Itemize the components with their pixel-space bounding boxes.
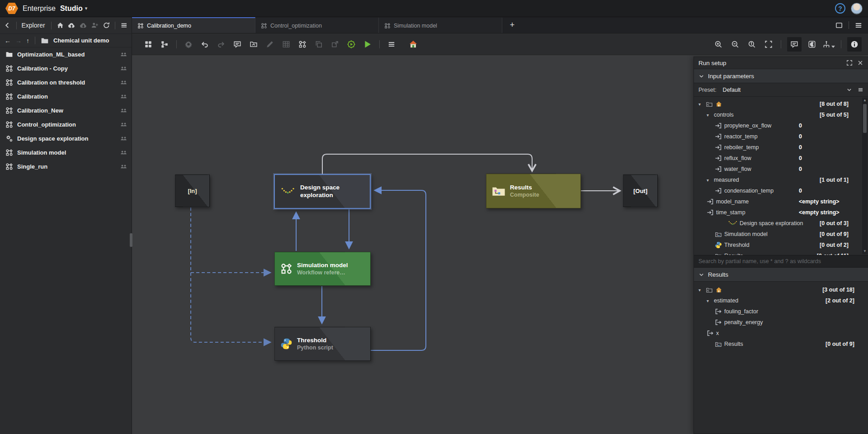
run-gear-button[interactable] (345, 38, 358, 51)
expander-icon[interactable]: ▾ (707, 178, 712, 183)
menu-button[interactable] (385, 38, 398, 51)
up-button[interactable]: ↑ (26, 37, 29, 44)
explorer-item-calibration-copy[interactable]: Calibration - Copy (0, 61, 132, 75)
tree-count: [0 out of 3] (820, 220, 849, 226)
blocks-button[interactable] (142, 38, 155, 51)
tree-row-reboiler-temp[interactable]: reboiler_temp0 (694, 142, 868, 153)
tree-row-x[interactable]: x (694, 328, 868, 339)
back-button[interactable]: ← (5, 37, 11, 44)
tree-row-time-stamp[interactable]: time_stamp<empty string> (694, 207, 868, 218)
tree-search-input[interactable] (694, 255, 868, 268)
user-avatar[interactable] (851, 3, 863, 14)
comment-button[interactable] (787, 37, 802, 52)
expander-icon[interactable]: ▾ (698, 102, 703, 107)
zoom-100-button[interactable] (745, 38, 758, 51)
tree-row-design-space-exploration[interactable]: Design space exploration[0 out of 3] (694, 218, 868, 229)
input-icon (715, 144, 722, 151)
tree-row-propylene-ox-flow[interactable]: propylene_ox_flow0 (694, 120, 868, 131)
node-design-space-exploration[interactable]: Design space exploration (274, 174, 371, 209)
scroll-down-icon[interactable]: ▼ (863, 249, 867, 254)
tree-scrollbar[interactable]: ▲ ▼ (862, 98, 868, 254)
scroll-thumb[interactable] (863, 104, 867, 133)
tree-row-controls[interactable]: ▾controls[5 out of 5] (694, 109, 868, 120)
folder-open-button[interactable] (247, 38, 260, 51)
d7-logo[interactable]: D7 (5, 3, 18, 14)
tabs-menu-button[interactable] (854, 21, 863, 29)
comment-button[interactable] (231, 38, 244, 51)
play-button[interactable] (361, 38, 374, 51)
node-results-composite[interactable]: Results Composite (486, 174, 581, 208)
window-icon[interactable] (835, 21, 843, 29)
product-menu[interactable]: Studio (60, 5, 83, 13)
help-button[interactable]: ? (835, 3, 845, 14)
expander-icon[interactable]: ▾ (707, 298, 712, 303)
tree-row-fouling-factor[interactable]: fouling_factor (694, 306, 868, 317)
tree-row-model-name[interactable]: model_name<empty string> (694, 196, 868, 207)
new-tab-button[interactable]: + (502, 17, 522, 33)
expand-panel-button[interactable] (846, 60, 853, 66)
results-header[interactable]: Results (694, 268, 868, 282)
explorer-item-calibration-new[interactable]: Calibration_New (0, 104, 132, 118)
explorer-menu-button[interactable] (120, 21, 128, 29)
node-in-port[interactable]: [In] (175, 175, 210, 207)
expander-icon[interactable]: ▾ (707, 113, 712, 118)
tree-row-root[interactable]: ▾[8 out of 8] (694, 99, 868, 109)
tree-row-reactor-temp[interactable]: reactor_temp0 (694, 131, 868, 142)
tree-row-penalty-energy[interactable]: penalty_energy (694, 317, 868, 328)
hierarchy-button[interactable] (158, 38, 171, 51)
collapse-sidebar-button[interactable] (4, 21, 11, 29)
fit-button[interactable] (762, 38, 775, 51)
explorer-item-simulation-model[interactable]: Simulation model (0, 146, 132, 160)
scroll-up-icon[interactable]: ▲ (863, 98, 867, 103)
home-colored-button[interactable] (407, 38, 420, 51)
preset-select[interactable]: Default (723, 87, 741, 93)
theme-button[interactable] (806, 38, 818, 51)
zoom-out-button[interactable] (729, 38, 741, 51)
expander-icon[interactable]: ▾ (698, 288, 703, 292)
explorer-item-single-run[interactable]: Single_run (0, 160, 132, 174)
input-parameters-header[interactable]: Input parameters (694, 69, 868, 83)
node-out-port[interactable]: [Out] (623, 175, 658, 207)
input-icon (707, 209, 714, 216)
tab-calibration-demo[interactable]: Calibration_demo (132, 17, 255, 33)
node-simulation-model[interactable]: Simulation model Workflow refere… (274, 252, 371, 286)
preset-menu-button[interactable] (858, 87, 863, 93)
node-title: Threshold (297, 337, 333, 344)
tree-row-estimated[interactable]: ▾estimated[2 out of 2] (694, 295, 868, 306)
tree-row-simulation-model[interactable]: Simulation model[0 out of 9] (694, 229, 868, 240)
workflow-canvas[interactable]: [In] Design space exploration Results Co… (132, 55, 868, 434)
tree-row-results[interactable]: Results[0 out of 11] (694, 250, 868, 255)
explorer-item-control-optimization[interactable]: Control_optimization (0, 118, 132, 132)
add-user-icon[interactable] (91, 21, 99, 29)
tab-simulation-model[interactable]: Simulation model (379, 17, 502, 33)
tree-row-threshold[interactable]: Threshold[0 out of 2] (694, 240, 868, 250)
home-icon[interactable] (57, 21, 64, 29)
cloud-download-icon[interactable] (80, 21, 87, 29)
zoom-in-button[interactable] (712, 38, 725, 51)
tree-row-measured[interactable]: ▾measured[1 out of 1] (694, 175, 868, 185)
node-threshold-python[interactable]: Threshold Python script (274, 327, 371, 361)
forward-button[interactable]: → (15, 37, 22, 44)
info-button[interactable] (847, 37, 862, 52)
explorer-item-calibration-on-threshold[interactable]: Calibration on threshold (0, 75, 132, 90)
preset-dropdown-icon[interactable] (846, 87, 852, 93)
tree-label: time_stamp (716, 209, 745, 216)
tree-row-reflux-flow[interactable]: reflux_flow0 (694, 153, 868, 164)
layout-tree-button[interactable] (822, 38, 835, 51)
tab-control-optimization[interactable]: Control_optimization (255, 17, 379, 33)
sidebar-splitter-handle[interactable] (130, 233, 132, 247)
refresh-icon[interactable] (103, 21, 110, 29)
close-panel-button[interactable] (857, 60, 863, 66)
breadcrumb-label[interactable]: Chemical unit demo (53, 37, 109, 44)
workflow-button[interactable] (296, 38, 309, 51)
tree-row-condensation-temp[interactable]: condensation_temp0 (694, 185, 868, 196)
explorer-item-calibration[interactable]: Calibration (0, 90, 132, 104)
chevron-down-icon[interactable]: ▾ (85, 5, 88, 11)
cloud-upload-icon[interactable] (68, 21, 75, 29)
explorer-item-optimization-ml-based[interactable]: Optimization_ML_based (0, 47, 132, 61)
tree-row-results[interactable]: Results[0 out of 9] (694, 339, 868, 349)
tree-row-water-flow[interactable]: water_flow0 (694, 164, 868, 175)
tree-row-root[interactable]: ▾[3 out of 18] (694, 284, 868, 295)
undo-button[interactable] (198, 38, 211, 51)
explorer-item-design-space-exploration[interactable]: Design space exploration (0, 132, 132, 146)
